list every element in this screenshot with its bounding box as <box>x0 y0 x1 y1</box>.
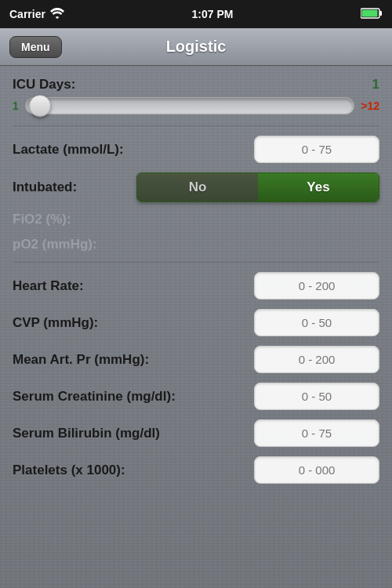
serum-creatinine-label: Serum Creatinine (mg/dl): <box>13 389 176 405</box>
toggle-no-option[interactable]: No <box>137 173 258 201</box>
platelets-row: Platelets (x 1000): <box>13 456 379 484</box>
carrier-label: Carrier <box>9 8 45 20</box>
heart-rate-input[interactable] <box>254 272 379 299</box>
icu-days-section: ICU Days: 1 1 >12 <box>13 77 379 114</box>
serum-creatinine-row: Serum Creatinine (mg/dl): <box>13 383 379 410</box>
nav-title: Logistic <box>166 38 227 56</box>
icu-days-label: ICU Days: <box>13 77 75 93</box>
intubated-row: Intubated: No Yes <box>13 172 379 202</box>
icu-slider-row: 1 >12 <box>13 97 379 114</box>
serum-bilirubin-row: Serum Bilirubin (mg/dl) <box>13 419 379 447</box>
mean-art-pr-row: Mean Art. Pr (mmHg): <box>13 346 379 373</box>
platelets-label: Platelets (x 1000): <box>13 463 125 478</box>
serum-bilirubin-label: Serum Bilirubin (mg/dl) <box>13 426 160 441</box>
mean-art-pr-input[interactable] <box>254 346 379 373</box>
svg-rect-2 <box>362 9 378 16</box>
cvp-input[interactable] <box>254 309 379 336</box>
cvp-row: CVP (mmHg): <box>13 309 379 336</box>
fio2-label: FiO2 (%): <box>13 212 71 227</box>
wifi-icon <box>50 8 64 21</box>
status-left: Carrier <box>9 8 64 21</box>
icu-days-value: 1 <box>372 77 379 93</box>
divider-1 <box>13 125 379 126</box>
time-label: 1:07 PM <box>192 8 234 20</box>
mean-art-pr-label: Mean Art. Pr (mmHg): <box>13 352 149 368</box>
fio2-row: FiO2 (%): <box>13 212 379 227</box>
slider-thumb[interactable] <box>29 95 51 117</box>
serum-bilirubin-input[interactable] <box>254 419 379 447</box>
nav-bar: Menu Logistic <box>0 28 392 66</box>
divider-2 <box>13 262 379 263</box>
platelets-input[interactable] <box>254 456 379 484</box>
slider-max-label: >12 <box>361 100 379 112</box>
serum-creatinine-input[interactable] <box>254 383 379 410</box>
status-bar: Carrier 1:07 PM <box>0 0 392 28</box>
intubated-toggle[interactable]: No Yes <box>136 172 379 202</box>
slider-min-label: 1 <box>13 100 19 112</box>
heart-rate-row: Heart Rate: <box>13 272 379 299</box>
menu-button[interactable]: Menu <box>9 36 62 58</box>
lactate-label: Lactate (mmol/L): <box>13 142 124 158</box>
icu-slider[interactable] <box>25 97 354 114</box>
intubated-label: Intubated: <box>13 180 77 195</box>
po2-row: pO2 (mmHg): <box>13 237 379 252</box>
heart-rate-label: Heart Rate: <box>13 278 84 294</box>
content: ICU Days: 1 1 >12 Lactate (mmol/L): Intu… <box>0 66 392 588</box>
svg-rect-1 <box>380 11 383 16</box>
lactate-row: Lactate (mmol/L): <box>13 136 379 163</box>
cvp-label: CVP (mmHg): <box>13 315 98 331</box>
icu-days-header: ICU Days: 1 <box>13 77 379 93</box>
toggle-yes-option[interactable]: Yes <box>258 173 379 201</box>
battery-icon <box>361 8 383 21</box>
po2-label: pO2 (mmHg): <box>13 237 97 252</box>
lactate-input[interactable] <box>254 136 379 163</box>
